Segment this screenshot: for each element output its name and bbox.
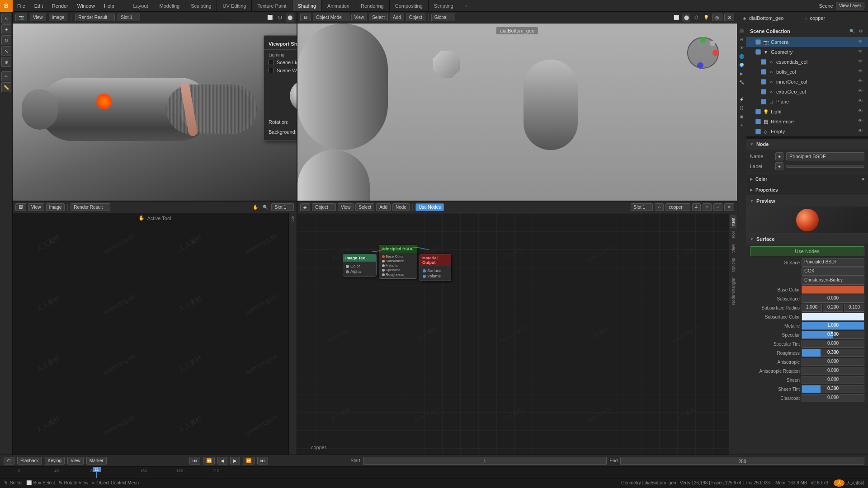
node-tab-view[interactable]: View: [730, 241, 736, 255]
tl-jump-end[interactable]: ⏭: [257, 457, 268, 465]
rpanel-view-icon[interactable]: 👁: [738, 44, 745, 52]
vp-global[interactable]: Global: [431, 14, 455, 21]
render-shading-icon[interactable]: ⬜: [266, 14, 274, 22]
tl-play[interactable]: ▶: [230, 457, 240, 465]
popup-sphere[interactable]: [290, 80, 297, 112]
ss-method-select[interactable]: Christensen-Burley: [802, 277, 864, 285]
node-section-header[interactable]: ▼ Node: [746, 139, 868, 150]
menu-render[interactable]: Render: [47, 0, 73, 11]
col-item-geometry[interactable]: ▼ Geometry 👁: [746, 47, 868, 57]
menu-file[interactable]: File: [13, 0, 30, 11]
tab-compositing[interactable]: Compositing: [390, 0, 429, 11]
col-check-ref[interactable]: [755, 119, 761, 124]
vp-overlay-btn[interactable]: ◎: [712, 14, 722, 21]
vp-add-btn[interactable]: Add: [390, 14, 404, 21]
tab-layout[interactable]: Layout: [128, 0, 154, 11]
render-result-dropdown[interactable]: Render Result: [75, 14, 115, 21]
node-name-value[interactable]: Principled BSDF: [786, 152, 864, 160]
ne-material-name[interactable]: copper: [665, 203, 690, 211]
tl-marker[interactable]: Marker: [86, 457, 107, 465]
vp-shade-render[interactable]: 💡: [702, 14, 710, 22]
surface-select[interactable]: Principled BSDF: [802, 258, 864, 267]
timeline-track[interactable]: 0 40 80 130 160 210 21: [0, 467, 868, 478]
ie-hand-icon[interactable]: ✋: [251, 203, 259, 211]
rpanel-render-icon[interactable]: 🎥: [738, 27, 745, 34]
ne-slot[interactable]: Slot 1: [631, 203, 653, 211]
col-eye-light[interactable]: 👁: [858, 108, 864, 115]
rpanel-object-icon[interactable]: ▶: [738, 70, 745, 77]
ie-editor-type[interactable]: 🖼: [15, 203, 26, 211]
color-list-icon[interactable]: ≡: [862, 177, 864, 181]
tab-uv-editing[interactable]: UV Editing: [217, 0, 252, 11]
popup-scene-world-check[interactable]: [269, 68, 274, 73]
ie-slot[interactable]: Slot 1: [271, 203, 294, 211]
col-eye-ref[interactable]: 👁: [858, 118, 864, 125]
col-item-innercore[interactable]: ○ innerCore_col 👁: [746, 77, 868, 87]
rpanel-physics-icon[interactable]: ⚡: [738, 96, 745, 103]
base-color-swatch[interactable]: [802, 286, 864, 294]
ie-image[interactable]: Image: [46, 203, 65, 211]
ne-add[interactable]: Add: [376, 203, 391, 211]
toolbar-scale[interactable]: ⤡: [1, 46, 11, 56]
render-shading-icon2[interactable]: ⬡: [276, 14, 284, 22]
render-shading-icon3[interactable]: ⬤: [286, 14, 294, 22]
vp-xray-btn[interactable]: ⊠: [724, 14, 734, 21]
render-view-btn[interactable]: 📷: [15, 14, 27, 21]
tl-jump-start[interactable]: ⏮: [189, 457, 200, 465]
col-check-geo[interactable]: [755, 49, 761, 55]
specular-value[interactable]: 0.500: [802, 331, 864, 339]
tab-texture-paint[interactable]: Texture Paint: [252, 0, 292, 11]
aniso-value[interactable]: 0.000: [802, 358, 864, 366]
node-texture[interactable]: Image Tex Color Alpha: [343, 254, 377, 277]
ie-view[interactable]: View: [28, 203, 44, 211]
popup-scene-world-row[interactable]: Scene World: [264, 66, 297, 75]
col-eye-ess[interactable]: 👁: [858, 59, 864, 65]
props-section-header[interactable]: ▶ Properties: [746, 184, 868, 195]
tl-play-reverse[interactable]: ◀: [217, 457, 227, 465]
ne-new-mat[interactable]: +: [713, 203, 722, 211]
col-eye-plane[interactable]: 👁: [858, 99, 864, 105]
ss-color-swatch[interactable]: [802, 313, 864, 321]
rpanel-output-icon[interactable]: 🖨: [738, 36, 745, 43]
col-item-light[interactable]: 💡 Light 👁: [746, 107, 868, 117]
ne-del-mat[interactable]: ✕: [724, 203, 734, 211]
vp-editor-type[interactable]: 🖥: [300, 14, 311, 21]
ne-browse-mat[interactable]: ≡: [703, 203, 712, 211]
tl-next-keyframe[interactable]: ⏩: [243, 457, 255, 465]
ne-select[interactable]: Select: [355, 203, 374, 211]
sheen-value[interactable]: 0.000: [802, 376, 864, 384]
toolbar-measure[interactable]: 📏: [1, 82, 11, 92]
ne-node[interactable]: Node: [392, 203, 410, 211]
col-check-camera[interactable]: [755, 39, 761, 45]
rpanel-scene-icon[interactable]: 🌐: [738, 53, 745, 60]
ss-r-y[interactable]: 0.200: [823, 304, 843, 312]
metallic-value[interactable]: 1.000: [802, 322, 864, 330]
subsurface-value[interactable]: 0.000: [802, 295, 864, 303]
ie-search-icon[interactable]: 🔍: [261, 203, 269, 211]
ne-view[interactable]: View: [338, 203, 354, 211]
toolbar-annotate[interactable]: ✏: [1, 71, 11, 81]
col-item-extrageo[interactable]: ○ extraGeo_col 👁: [746, 87, 868, 97]
view-layer-btn[interactable]: View Layer: [836, 2, 864, 9]
vp-select-btn[interactable]: Select: [369, 14, 388, 21]
rpanel-modifier-icon[interactable]: 🔧: [738, 79, 745, 86]
tl-end-value[interactable]: 250: [620, 457, 864, 465]
col-eye-empty[interactable]: 👁: [858, 128, 864, 135]
col-eye-ic[interactable]: 👁: [858, 79, 864, 85]
tab-modeling[interactable]: Modeling: [154, 0, 186, 11]
toolbar-rotate[interactable]: ↻: [1, 35, 11, 45]
col-check-bolts[interactable]: [761, 69, 766, 75]
sc-filter[interactable]: 🔍: [848, 28, 855, 35]
render-image-label[interactable]: Image: [49, 14, 68, 21]
col-item-bolts[interactable]: ○ bolts_col 👁: [746, 67, 868, 77]
popup-scene-lights-check[interactable]: [269, 60, 274, 65]
ie-render-result[interactable]: Render Result: [71, 203, 110, 211]
tl-editor-icon[interactable]: ⏱: [4, 457, 14, 465]
col-item-camera[interactable]: 📷 Camera 👁: [746, 37, 868, 47]
menu-window[interactable]: Window: [73, 0, 99, 11]
ne-object-dropdown[interactable]: Object: [312, 203, 336, 211]
col-eye-eg[interactable]: 👁: [858, 89, 864, 95]
preview-section-header[interactable]: ▼ Preview: [746, 196, 868, 206]
node-principled[interactable]: Principled BSDF Base Color Subsurface Me…: [379, 245, 417, 279]
color-section-header[interactable]: ▶ Color ≡: [746, 174, 868, 184]
